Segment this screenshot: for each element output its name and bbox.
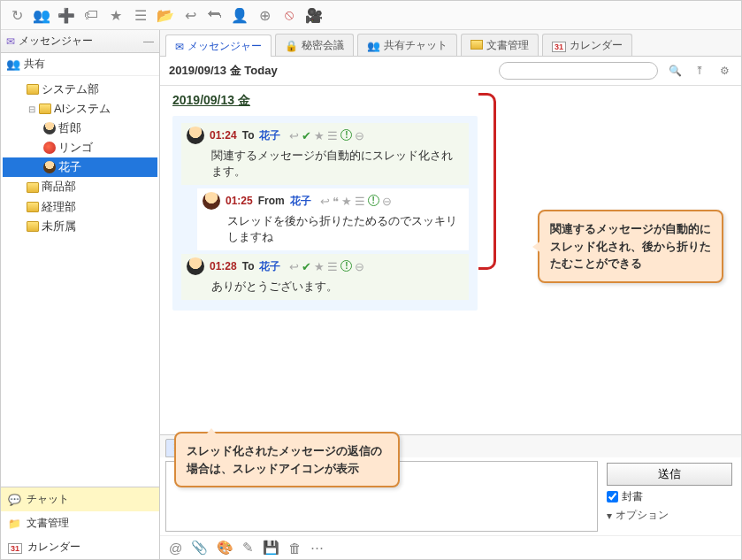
top-toolbar: ↻ 👥 ➕ 🏷 ★ ☰ 📂 ↩ ⮪ 👤 ⊕ ⦸ 🎥 — [1, 1, 741, 30]
group-icon[interactable]: 👥 — [33, 6, 50, 24]
delete-icon[interactable]: 🗑 — [288, 541, 302, 556]
attach-icon[interactable]: 📎 — [191, 540, 208, 556]
status-busy-icon[interactable]: ⦸ — [280, 6, 298, 24]
reply-icon[interactable]: ↩ — [289, 260, 299, 273]
thread-list-icon[interactable]: ☰ — [132, 6, 149, 24]
collapse-icon[interactable]: ⊖ — [382, 195, 392, 208]
share-header[interactable]: 共有 — [1, 53, 159, 76]
contacts-icon[interactable]: 👤 — [231, 6, 249, 24]
tree-expander-icon[interactable]: ⊟ — [27, 102, 36, 117]
refresh-icon[interactable]: ↻ — [8, 6, 26, 24]
message-direction: To — [242, 260, 255, 272]
nav-label: カレンダー — [27, 540, 80, 555]
collapse-sidebar-icon[interactable]: — — [143, 35, 154, 48]
nav-item-カレンダー[interactable]: 31カレンダー — [1, 535, 159, 559]
nav-item-文書管理[interactable]: 📁文書管理 — [1, 511, 159, 535]
message-actions: ↩✔★☰!⊖ — [289, 129, 364, 142]
reply-icon[interactable]: ↩ — [289, 129, 299, 142]
message-recipient: 花子 — [290, 194, 311, 209]
folder-icon — [27, 202, 39, 212]
cal-icon: 31 — [552, 40, 566, 52]
tag-icon[interactable]: 🏷 — [82, 6, 100, 24]
check-icon[interactable]: ✔ — [302, 129, 311, 142]
star-icon[interactable]: ★ — [314, 129, 325, 142]
menu-icon[interactable]: ☰ — [327, 260, 338, 273]
folder-icon — [470, 40, 483, 52]
quote-icon[interactable]: ❝ — [333, 195, 339, 208]
alert-icon[interactable]: ! — [368, 195, 379, 206]
search-input[interactable] — [499, 62, 658, 80]
star-icon[interactable]: ★ — [341, 195, 352, 208]
compose-toolbar: @📎🎨✎💾🗑⋯ — [160, 535, 741, 559]
folder-tree: システム部⊟AIシステム哲郎リンゴ花子 商品部 経理部 未所属 — [1, 76, 159, 487]
nav-label: 文書管理 — [27, 516, 69, 531]
tab-メッセンジャー[interactable]: ✉メッセンジャー — [165, 35, 272, 57]
option-toggle[interactable]: ▾ オプション — [607, 508, 732, 523]
tree-item-商品部[interactable]: 商品部 — [3, 177, 157, 196]
avatar-icon — [43, 142, 56, 154]
edit-icon[interactable]: ✎ — [242, 540, 254, 556]
tree-item-システム部[interactable]: システム部 — [3, 80, 157, 99]
scroll-top-icon[interactable]: ⤒ — [692, 63, 708, 79]
search-icon[interactable]: 🔍 — [667, 63, 683, 79]
collapse-icon[interactable]: ⊖ — [355, 129, 364, 142]
tree-item-哲郎[interactable]: 哲郎 — [3, 119, 157, 138]
tree-item-label: AIシステム — [54, 99, 111, 119]
star-icon[interactable]: ★ — [314, 260, 325, 273]
avatar-icon — [43, 122, 56, 134]
message-recipient: 花子 — [259, 259, 280, 274]
message-header: 01:24To花子↩✔★☰!⊖ — [187, 127, 463, 144]
menu-icon[interactable]: ☰ — [355, 195, 365, 208]
message-avatar-icon — [187, 127, 204, 144]
tab-label: 共有チャット — [384, 38, 447, 53]
share-icon: 👥 — [367, 40, 380, 52]
alert-icon[interactable]: ! — [340, 129, 352, 141]
tab-label: 文書管理 — [486, 38, 529, 53]
check-icon[interactable]: ✔ — [302, 260, 311, 273]
tree-item-label: 未所属 — [42, 217, 76, 236]
tab-label: カレンダー — [570, 38, 623, 53]
tree-item-経理部[interactable]: 経理部 — [3, 197, 157, 217]
alert-icon[interactable]: ! — [340, 260, 352, 272]
folder-open-icon[interactable]: 📂 — [157, 6, 174, 24]
compose-side: 送信 封書 ▾ オプション — [603, 461, 736, 532]
send-button[interactable]: 送信 — [607, 463, 732, 486]
message-time: 01:28 — [210, 260, 237, 272]
more-icon[interactable]: ⋯ — [310, 540, 324, 556]
tree-item-未所属[interactable]: 未所属 — [3, 217, 157, 236]
nav-item-チャット[interactable]: 💬チャット — [1, 487, 159, 511]
tab-カレンダー[interactable]: 31カレンダー — [542, 34, 632, 56]
reply-icon[interactable]: ↩ — [320, 195, 330, 208]
tab-共有チャット[interactable]: 👥共有チャット — [357, 34, 457, 56]
left-bottom-nav: 💬チャット📁文書管理31カレンダー — [1, 487, 159, 559]
video-icon[interactable]: 🎥 — [305, 6, 323, 24]
reply-all-icon[interactable]: ⮪ — [206, 6, 224, 24]
seal-checkbox-input[interactable] — [607, 491, 618, 502]
star-icon[interactable]: ★ — [107, 6, 125, 24]
mention-icon[interactable]: @ — [169, 541, 182, 556]
reply-icon[interactable]: ↩ — [181, 6, 199, 24]
collapse-icon[interactable]: ⊖ — [355, 260, 364, 273]
main-tabs: ✉メッセンジャー🔒秘密会議👥共有チャット文書管理31カレンダー — [160, 30, 741, 57]
gear-icon[interactable]: ⚙ — [716, 63, 732, 79]
tab-文書管理[interactable]: 文書管理 — [461, 34, 539, 56]
seal-checkbox[interactable]: 封書 — [607, 489, 732, 504]
add-contact-icon[interactable]: ➕ — [57, 6, 75, 24]
tab-秘密会議[interactable]: 🔒秘密会議 — [275, 34, 354, 56]
message-header: 01:28To花子↩✔★☰!⊖ — [187, 257, 463, 275]
lock-icon: 🔒 — [285, 40, 298, 52]
sidebar-header[interactable]: ✉ メッセンジャー — — [1, 30, 159, 53]
add-group-icon[interactable]: ⊕ — [256, 6, 273, 24]
tab-label: メッセンジャー — [187, 39, 262, 54]
message-area: 2019/09/13 金 01:24To花子↩✔★☰!⊖関連するメッセージが自動… — [160, 86, 741, 434]
tab-label: 秘密会議 — [302, 38, 344, 53]
menu-icon[interactable]: ☰ — [327, 129, 338, 142]
tree-item-リンゴ[interactable]: リンゴ — [3, 138, 157, 157]
save-icon[interactable]: 💾 — [263, 540, 279, 556]
seal-label: 封書 — [622, 489, 643, 504]
nav-icon: 💬 — [8, 494, 21, 506]
chevron-down-icon: ▾ — [607, 510, 612, 522]
tree-item-花子[interactable]: 花子 — [3, 157, 157, 177]
color-icon[interactable]: 🎨 — [217, 540, 233, 556]
tree-item-AIシステム[interactable]: ⊟AIシステム — [3, 99, 157, 119]
